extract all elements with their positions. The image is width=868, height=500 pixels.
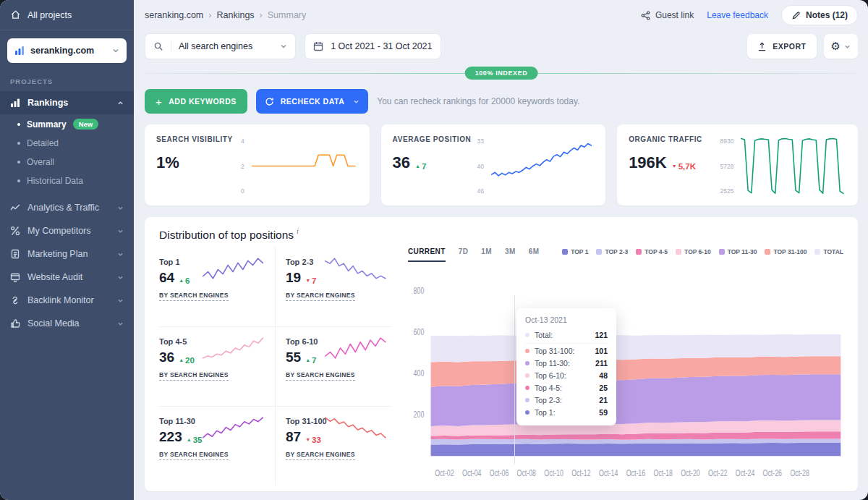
sidebar-subitem-summary[interactable]: Summary New	[0, 114, 134, 134]
tooltip-row: Top 4-5:25	[525, 382, 608, 394]
distribution-title: Distribution of top positions i	[159, 229, 843, 242]
tooltip-value: 101	[595, 347, 608, 355]
notes-label: Notes (12)	[806, 10, 848, 20]
search-engines-dropdown[interactable]: All search engines	[145, 33, 296, 59]
tab-7d[interactable]: 7D	[459, 247, 469, 262]
by-search-engines-link[interactable]: BY SEARCH ENGINES	[159, 292, 229, 301]
legend-label: TOP 2-3	[605, 248, 628, 255]
export-icon	[757, 42, 767, 51]
sidebar-subitem-detailed[interactable]: Detailed	[0, 134, 134, 153]
legend-item[interactable]: TOP 11-30	[719, 248, 757, 255]
chevron-down-icon	[117, 251, 124, 258]
legend-item[interactable]: TOP 6-10	[676, 248, 711, 255]
stacked-area-chart[interactable]: 200400600800Oct-02Oct-04Oct-06Oct-08Oct-…	[408, 262, 843, 486]
stat-value: 64	[159, 270, 174, 286]
guest-link-button[interactable]: Guest link	[641, 10, 694, 20]
info-icon[interactable]: i	[297, 227, 299, 242]
sidebar-subitem-overall[interactable]: Overall	[0, 153, 134, 171]
tooltip-row: Top 11-30:211	[525, 357, 608, 370]
tooltip-row: Top 1:59	[525, 407, 608, 419]
notes-button[interactable]: Notes (12)	[781, 5, 858, 25]
sidebar-item-social-media[interactable]: Social Media	[0, 312, 134, 335]
date-range-picker[interactable]: 1 Oct 2021 - 31 Oct 2021	[305, 33, 441, 59]
tooltip-label: Top 6-10:	[535, 371, 566, 380]
legend-chip	[596, 249, 602, 255]
legend-chip	[562, 249, 568, 255]
all-projects-link[interactable]: All projects	[0, 0, 134, 30]
refresh-icon	[265, 97, 274, 106]
metric-label: AVERAGE POSITION	[393, 135, 477, 143]
tooltip-label: Top 4-5:	[535, 384, 562, 392]
indexed-progress: 100% INDEXED	[145, 67, 858, 80]
sidebar-item-analytics-traffic[interactable]: Analytics & Traffic	[0, 196, 134, 219]
pencil-icon	[791, 11, 801, 20]
recheck-data-button[interactable]: RECHECK DATA	[256, 89, 368, 114]
tooltip-value: 48	[599, 371, 608, 380]
tooltip-date: Oct-13 2021	[525, 315, 608, 324]
stat-value: 223	[159, 429, 182, 445]
sidebar-item-backlink-monitor[interactable]: Backlink Monitor	[0, 289, 134, 312]
legend-item[interactable]: TOTAL	[814, 248, 843, 255]
legend-label: TOTAL	[823, 248, 843, 255]
by-search-engines-link[interactable]: BY SEARCH ENGINES	[159, 451, 229, 460]
sidebar-item-website-audit[interactable]: Website Audit	[0, 266, 134, 289]
topbar-actions: Guest link Leave feedback Notes (12)	[641, 5, 858, 25]
tab-6m[interactable]: 6M	[529, 247, 540, 262]
legend-item[interactable]: TOP 1	[562, 248, 588, 255]
chevron-down-icon	[353, 98, 359, 105]
sidebar-item-label: Analytics & Traffic	[27, 203, 99, 213]
tab-3m[interactable]: 3M	[505, 247, 516, 262]
stat-top-6-10: Top 6-10 55 ▲7 BY SEARCH ENGINES	[276, 327, 392, 407]
settings-button[interactable]: ⚙	[824, 34, 858, 59]
metric-axis: 893057282525	[720, 135, 733, 197]
guest-link-label: Guest link	[655, 10, 694, 20]
main-content: seranking.com › Rankings › Summary Guest…	[134, 0, 868, 500]
add-keywords-button[interactable]: + ADD KEYWORDS	[145, 89, 247, 114]
top-2-3-sparkline	[323, 256, 388, 281]
project-selector[interactable]: seranking.com	[7, 38, 127, 63]
sidebar-item-label: Marketing Plan	[27, 249, 88, 259]
stat-delta: ▼33	[305, 436, 321, 444]
metric-value: 1%	[156, 153, 179, 172]
organic-traffic-sparkline	[739, 135, 846, 197]
x-tick-label: Oct-10	[544, 468, 563, 478]
app-window: All projects seranking.com PROJECTS Rank…	[0, 0, 868, 500]
legend-item[interactable]: TOP 31-100	[765, 248, 807, 255]
distribution-card: Distribution of top positions i Top 1 64…	[145, 217, 858, 491]
top-11-30-sparkline	[201, 415, 265, 440]
tab-1m[interactable]: 1M	[481, 247, 492, 262]
chevron-down-icon	[117, 228, 124, 234]
x-tick-label: Oct-26	[763, 468, 783, 478]
bullet-icon	[17, 142, 20, 145]
stat-delta: ▲7	[305, 356, 316, 365]
position-stats-grid: Top 1 64 ▲6 BY SEARCH ENGINES Top 2-3 19	[159, 247, 392, 486]
new-badge: New	[73, 119, 99, 130]
legend-chip	[636, 249, 642, 255]
all-projects-label: All projects	[27, 10, 72, 20]
legend-item[interactable]: TOP 4-5	[636, 248, 668, 255]
by-search-engines-link[interactable]: BY SEARCH ENGINES	[159, 371, 229, 381]
actions-row: + ADD KEYWORDS RECHECK DATA You can rech…	[145, 89, 858, 114]
sidebar-item-label: My Competitors	[27, 226, 91, 236]
legend-item[interactable]: TOP 2-3	[596, 248, 628, 255]
chevron-down-icon	[117, 321, 124, 327]
export-button[interactable]: EXPORT	[747, 34, 816, 59]
tooltip-row: Total:121	[525, 329, 608, 344]
by-search-engines-link[interactable]: BY SEARCH ENGINES	[286, 371, 355, 381]
sidebar-item-rankings[interactable]: Rankings	[0, 91, 134, 114]
sidebar-item-my-competitors[interactable]: My Competitors	[0, 219, 134, 242]
tooltip-dot	[525, 333, 529, 337]
chevron-down-icon	[117, 205, 124, 211]
sidebar-subitem-historical-data[interactable]: Historical Data	[0, 171, 134, 190]
breadcrumb-project[interactable]: seranking.com	[145, 10, 203, 20]
sidebar-item-marketing-plan[interactable]: Marketing Plan	[0, 242, 134, 266]
breadcrumb-rankings[interactable]: Rankings	[216, 10, 254, 20]
bullet-icon	[17, 179, 20, 182]
by-search-engines-link[interactable]: BY SEARCH ENGINES	[286, 292, 355, 301]
tab-current[interactable]: CURRENT	[408, 247, 446, 262]
metric-axis: 420	[241, 135, 244, 197]
breadcrumb-summary: Summary	[268, 10, 306, 20]
y-tick-label: 400	[414, 368, 425, 378]
leave-feedback-link[interactable]: Leave feedback	[707, 10, 768, 20]
by-search-engines-link[interactable]: BY SEARCH ENGINES	[286, 451, 355, 460]
